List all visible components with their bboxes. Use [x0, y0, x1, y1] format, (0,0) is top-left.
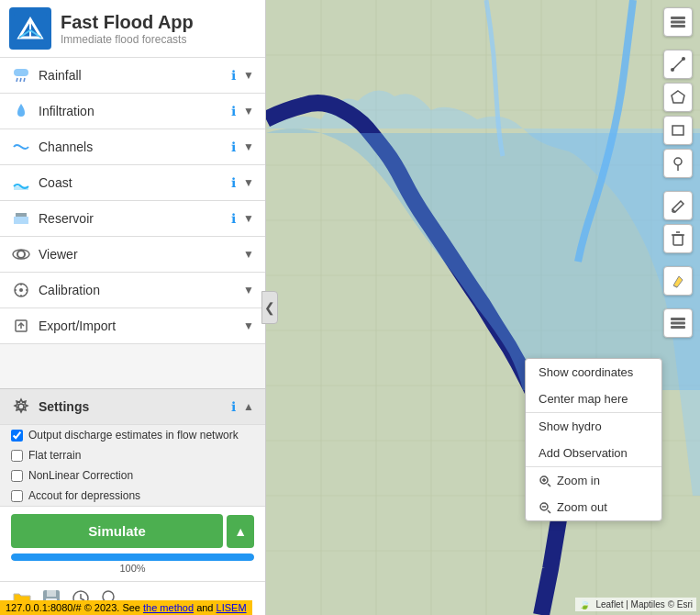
- channels-chevron[interactable]: ▼: [243, 140, 254, 153]
- flat-terrain-label: Flat terrain: [28, 449, 81, 462]
- channels-icon: [11, 137, 31, 157]
- sidebar-item-calibration[interactable]: Calibration ▼: [0, 273, 265, 308]
- settings-option-depressions: Accout for depressions: [0, 486, 265, 506]
- svg-marker-51: [672, 91, 684, 103]
- svg-point-20: [18, 404, 24, 409]
- coast-icon: [11, 173, 31, 193]
- sidebar-item-reservoir[interactable]: Reservoir ℹ ▼: [0, 201, 265, 237]
- progress-bar-container: [11, 554, 254, 561]
- attribution-text: Leaflet | Maptiles © Esri: [595, 599, 693, 609]
- zoom-out-icon: [539, 501, 551, 514]
- svg-line-69: [548, 510, 550, 513]
- coast-chevron[interactable]: ▼: [243, 176, 254, 189]
- rainfall-chevron[interactable]: ▼: [243, 69, 254, 82]
- ctx-show-hydro[interactable]: Show hydro: [526, 413, 661, 440]
- layers-button-bottom[interactable]: [663, 308, 693, 338]
- settings-header[interactable]: Settings ℹ ▲: [0, 389, 265, 425]
- ctx-show-coordinates[interactable]: Show coordinates: [526, 359, 661, 386]
- rainfall-label: Rainfall: [39, 68, 231, 83]
- infiltration-chevron[interactable]: ▼: [243, 105, 254, 117]
- reservoir-info-icon[interactable]: ℹ: [231, 211, 236, 226]
- ctx-add-observation-label: Add Observation: [539, 446, 628, 460]
- ctx-center-map[interactable]: Center map here: [526, 386, 661, 412]
- app-subtitle: Immediate flood forecasts: [61, 33, 194, 46]
- settings-info-icon[interactable]: ℹ: [231, 399, 236, 414]
- ctx-zoom-in[interactable]: Zoom in: [526, 467, 661, 494]
- nav-list: Rainfall ℹ ▼ Infiltration ℹ ▼ Channels ℹ…: [0, 58, 265, 388]
- viewer-icon: [11, 244, 31, 264]
- delete-button[interactable]: [663, 224, 693, 253]
- settings-option-output-discharge: Output discharge estimates in flow netwo…: [0, 425, 265, 445]
- svg-rect-46: [671, 21, 685, 24]
- app-title: Fast Flood App: [61, 12, 194, 33]
- edit-button[interactable]: [663, 191, 693, 220]
- ctx-zoom-out[interactable]: Zoom out: [526, 494, 661, 520]
- sidebar-item-channels[interactable]: Channels ℹ ▼: [0, 129, 265, 165]
- reservoir-icon: [11, 208, 31, 229]
- output-discharge-label: Output discharge estimates in flow netwo…: [28, 429, 239, 442]
- svg-rect-47: [671, 17, 685, 19]
- sidebar-item-rainfall[interactable]: Rainfall ℹ ▼: [0, 58, 265, 94]
- footer-link-method[interactable]: the method: [143, 602, 194, 613]
- nonlinear-checkbox[interactable]: [11, 470, 23, 482]
- settings-options: Output discharge estimates in flow netwo…: [0, 425, 265, 506]
- output-discharge-checkbox[interactable]: [11, 430, 23, 442]
- reservoir-chevron[interactable]: ▼: [243, 212, 254, 225]
- sidebar-item-export-import[interactable]: Export/Import ▼: [0, 308, 265, 344]
- ctx-center-map-label: Center map here: [539, 392, 628, 406]
- sidebar-item-infiltration[interactable]: Infiltration ℹ ▼: [0, 94, 265, 129]
- ctx-show-hydro-label: Show hydro: [539, 419, 602, 433]
- context-menu: Show coordinates Center map here Show hy…: [525, 358, 662, 521]
- footer-link-lisem[interactable]: LISEM: [217, 602, 247, 613]
- footer-copyright: © 2023. See: [84, 602, 143, 613]
- collapse-sidebar-button[interactable]: ❮: [261, 291, 278, 324]
- channels-label: Channels: [39, 140, 231, 154]
- settings-chevron[interactable]: ▲: [243, 400, 254, 413]
- viewer-chevron[interactable]: ▼: [243, 248, 254, 261]
- simulate-extra-button[interactable]: ▲: [227, 515, 254, 548]
- coast-label: Coast: [39, 175, 231, 190]
- nonlinear-label: NonLinear Correction: [28, 469, 133, 482]
- calibration-label: Calibration: [39, 283, 243, 297]
- svg-rect-9: [16, 213, 27, 217]
- layers-button-top[interactable]: [663, 7, 693, 37]
- calibration-chevron[interactable]: ▼: [243, 284, 254, 296]
- svg-line-48: [672, 59, 683, 70]
- simulate-area: Simulate ▲ 100%: [0, 506, 265, 581]
- rainfall-icon: [11, 65, 31, 85]
- zoom-in-icon: [539, 475, 551, 487]
- svg-point-50: [682, 57, 685, 61]
- infiltration-label: Infiltration: [39, 104, 231, 118]
- draw-marker-button[interactable]: [663, 149, 693, 178]
- ctx-zoom-in-label: Zoom in: [557, 474, 600, 487]
- export-import-chevron[interactable]: ▼: [243, 319, 254, 332]
- flat-terrain-checkbox[interactable]: [11, 450, 23, 462]
- svg-line-5: [20, 78, 21, 82]
- coast-info-icon[interactable]: ℹ: [231, 175, 236, 190]
- simulate-button[interactable]: Simulate: [11, 514, 223, 548]
- map-svg: [266, 0, 700, 615]
- sidebar-item-coast[interactable]: Coast ℹ ▼: [0, 165, 265, 201]
- svg-rect-63: [671, 318, 685, 320]
- svg-line-4: [17, 78, 17, 82]
- svg-line-6: [24, 78, 25, 82]
- sidebar-item-viewer[interactable]: Viewer ▼: [0, 237, 265, 273]
- highlight-button[interactable]: [663, 266, 693, 296]
- export-import-icon: [11, 316, 31, 336]
- map-area[interactable]: Show coordinates Center map here Show hy…: [266, 0, 700, 615]
- channels-info-icon[interactable]: ℹ: [231, 140, 236, 154]
- settings-section: Settings ℹ ▲ Output discharge estimates …: [0, 388, 265, 506]
- settings-icon: [11, 397, 31, 417]
- draw-rect-button[interactable]: [663, 116, 693, 145]
- svg-rect-45: [671, 25, 685, 28]
- progress-label: 100%: [11, 563, 254, 574]
- rainfall-info-icon[interactable]: ℹ: [231, 68, 236, 83]
- ctx-add-observation[interactable]: Add Observation: [526, 440, 661, 466]
- calibration-icon: [11, 280, 31, 300]
- infiltration-info-icon[interactable]: ℹ: [231, 104, 236, 118]
- draw-line-button[interactable]: [663, 50, 693, 79]
- header-text: Fast Flood App Immediate flood forecasts: [61, 12, 194, 46]
- draw-polygon-button[interactable]: [663, 83, 693, 112]
- infiltration-icon: [11, 101, 31, 121]
- depressions-checkbox[interactable]: [11, 490, 23, 502]
